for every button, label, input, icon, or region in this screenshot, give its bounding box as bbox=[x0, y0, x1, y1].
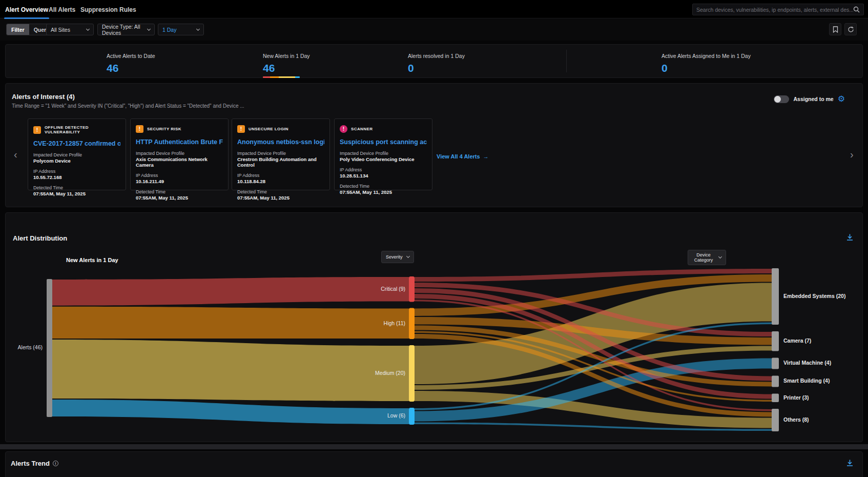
svg-text:Printer (3): Printer (3) bbox=[783, 394, 809, 401]
scanner-icon: ! bbox=[340, 125, 347, 133]
warning-icon: ! bbox=[136, 125, 143, 133]
section-gap-strip bbox=[0, 444, 868, 449]
field-label: Impacted Device Profile bbox=[237, 151, 324, 156]
warning-icon: ! bbox=[33, 126, 41, 134]
reset-button[interactable] bbox=[844, 23, 857, 35]
time-range-dropdown[interactable]: 1 Day bbox=[158, 24, 204, 35]
svg-text:High (11): High (11) bbox=[384, 320, 405, 326]
chevron-down-icon bbox=[196, 27, 200, 30]
filter-mode-button[interactable]: Filter bbox=[7, 24, 29, 35]
alert-category: UNSECURE LOGIN bbox=[249, 127, 288, 131]
category-dimension-dropdown[interactable]: Device Category bbox=[688, 250, 726, 265]
bookmark-button[interactable] bbox=[829, 23, 841, 35]
severity-dropdown-label: Severity bbox=[386, 254, 403, 260]
alert-category: OFFLINE DETECTED VULNERABILITY bbox=[45, 125, 120, 134]
svg-text:Virtual Machine (4): Virtual Machine (4) bbox=[783, 360, 831, 366]
filter-bar: Filter Query All Sites Device Type: All … bbox=[0, 19, 868, 41]
ip-address-value: 10.28.51.134 bbox=[340, 173, 427, 178]
alert-distribution-panel: Alert Distribution New Alerts in 1 Day A… bbox=[5, 212, 863, 442]
device-type-value: Device Type: All Devices bbox=[102, 24, 143, 36]
tab-alert-overview[interactable]: Alert Overview bbox=[5, 6, 48, 13]
device-profile-value: Axis Communications Network Camera bbox=[136, 156, 223, 168]
svg-text:Medium (20): Medium (20) bbox=[375, 370, 405, 376]
field-label: Impacted Device Profile bbox=[136, 151, 223, 156]
detected-time-value: 07:55AM, May 11, 2025 bbox=[340, 189, 427, 195]
device-type-dropdown[interactable]: Device Type: All Devices bbox=[97, 24, 155, 35]
time-range-value: 1 Day bbox=[162, 27, 176, 33]
alerts-of-interest-title: Alerts of Interest (4) bbox=[12, 93, 244, 101]
detected-time-value: 07:55AM, May 11, 2025 bbox=[237, 195, 324, 201]
stat-value[interactable]: 0 bbox=[408, 62, 465, 74]
field-label: Detected Time bbox=[33, 185, 120, 190]
stat-value[interactable]: 0 bbox=[662, 62, 751, 74]
assigned-to-me-toggle[interactable] bbox=[774, 95, 789, 103]
device-profile-value: Crestron Building Automation and Control bbox=[237, 156, 324, 168]
chevron-down-icon bbox=[86, 27, 90, 30]
svg-text:Low (6): Low (6) bbox=[387, 412, 405, 419]
alerts-of-interest-filter-summary: Time Range = "1 Week" and Severity IN ("… bbox=[12, 103, 244, 109]
alerts-trend-title: Alerts Trend bbox=[11, 460, 50, 467]
stats-divider bbox=[566, 50, 567, 72]
ip-address-value: 10.118.84.28 bbox=[237, 178, 324, 184]
stats-summary-panel: Active Alerts to Date 46 New Alerts in 1… bbox=[5, 44, 863, 78]
view-all-alerts-link[interactable]: View All 4 Alerts → bbox=[437, 153, 489, 160]
search-icon bbox=[853, 6, 860, 13]
field-label: Detected Time bbox=[340, 184, 427, 189]
download-icon bbox=[846, 459, 854, 467]
alert-card[interactable]: ! OFFLINE DETECTED VULNERABILITY CVE-201… bbox=[28, 118, 126, 190]
ip-address-value: 10.55.72.168 bbox=[33, 174, 120, 180]
alert-title-link[interactable]: HTTP Authentication Brute For... bbox=[136, 138, 223, 146]
alert-distribution-sankey[interactable]: Alerts (46)Critical (9)High (11)Medium (… bbox=[6, 213, 862, 442]
stat-label: New Alerts in 1 Day bbox=[263, 53, 310, 59]
field-label: Impacted Device Profile bbox=[33, 152, 120, 157]
field-label: IP Address bbox=[340, 167, 427, 172]
carousel-right-chevron[interactable]: › bbox=[850, 149, 854, 160]
warning-icon: ! bbox=[237, 125, 245, 133]
info-icon[interactable]: i bbox=[53, 461, 58, 466]
toggle-knob bbox=[774, 96, 781, 103]
svg-text:Alerts (46): Alerts (46) bbox=[18, 344, 43, 350]
device-profile-value: Poly Video Conferencing Device bbox=[340, 156, 427, 162]
category-dropdown-label: Device Category bbox=[692, 252, 715, 263]
severity-spark-bar bbox=[263, 76, 300, 78]
carousel-left-chevron[interactable]: ‹ bbox=[14, 149, 17, 160]
tab-all-alerts[interactable]: All Alerts bbox=[49, 6, 75, 13]
view-all-label: View All 4 Alerts bbox=[437, 153, 480, 160]
alert-overview-page: Alert Overview All Alerts Suppression Ru… bbox=[0, 0, 868, 477]
alerts-trend-panel: Alerts Trend i bbox=[5, 451, 863, 477]
svg-text:Critical (9): Critical (9) bbox=[381, 286, 405, 292]
alert-title-link[interactable]: Anonymous netbios-ssn login a... bbox=[237, 138, 324, 146]
alert-title-link[interactable]: Suspicious port scanning activity bbox=[340, 138, 427, 146]
tab-suppression-rules[interactable]: Suppression Rules bbox=[80, 6, 136, 13]
field-label: IP Address bbox=[33, 169, 120, 174]
stat-value[interactable]: 46 bbox=[263, 62, 310, 74]
stat-label: Alerts resolved in 1 Day bbox=[408, 53, 465, 59]
stat-active-alerts: Active Alerts to Date 46 bbox=[107, 53, 155, 74]
alert-card[interactable]: ! SCANNER Suspicious port scanning activ… bbox=[334, 118, 432, 190]
gear-icon[interactable]: ⚙ bbox=[838, 95, 845, 103]
severity-dimension-dropdown[interactable]: Severity bbox=[381, 251, 414, 263]
alert-title-link[interactable]: CVE-2017-12857 confirmed on... bbox=[33, 140, 120, 147]
refresh-icon bbox=[848, 26, 854, 33]
svg-text:Embedded Systems (20): Embedded Systems (20) bbox=[783, 293, 845, 299]
alert-category: SCANNER bbox=[351, 127, 373, 131]
sites-dropdown[interactable]: All Sites bbox=[46, 24, 94, 35]
stat-label: Active Alerts to Date bbox=[107, 53, 155, 59]
field-label: Impacted Device Profile bbox=[340, 151, 427, 156]
search-input[interactable] bbox=[696, 7, 853, 13]
alert-category: SECURITY RISK bbox=[147, 127, 181, 131]
chevron-down-icon bbox=[718, 255, 722, 259]
alert-card[interactable]: ! SECURITY RISK HTTP Authentication Brut… bbox=[130, 118, 229, 190]
stat-label: Active Alerts Assigned to Me in 1 Day bbox=[662, 53, 751, 59]
stat-new-alerts: New Alerts in 1 Day 46 bbox=[263, 53, 310, 78]
stat-value[interactable]: 46 bbox=[107, 62, 155, 74]
download-button[interactable] bbox=[846, 459, 854, 469]
svg-text:Smart Building (4): Smart Building (4) bbox=[783, 377, 830, 384]
global-search[interactable] bbox=[692, 4, 864, 15]
detected-time-value: 07:55AM, May 11, 2025 bbox=[33, 191, 120, 196]
alerts-of-interest-panel: Alerts of Interest (4) Time Range = "1 W… bbox=[5, 83, 863, 207]
field-label: Detected Time bbox=[237, 189, 324, 194]
alert-card[interactable]: ! UNSECURE LOGIN Anonymous netbios-ssn l… bbox=[232, 118, 330, 190]
device-profile-value: Polycom Device bbox=[33, 158, 120, 164]
arrow-right-icon: → bbox=[482, 153, 489, 160]
